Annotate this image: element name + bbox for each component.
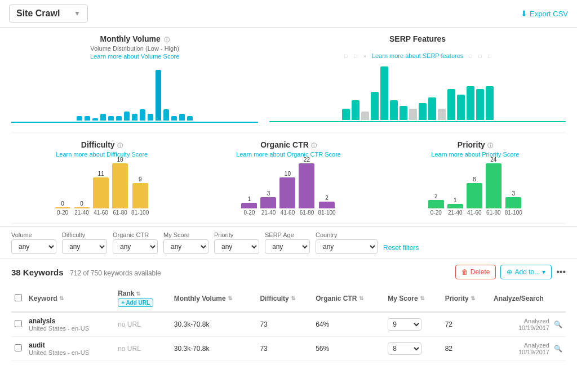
priority-filter-select[interactable]: any bbox=[214, 239, 259, 254]
difficulty-filter-label: Difficulty bbox=[62, 231, 107, 238]
priority-panel: Priority ⓘ Learn more about Priority Sco… bbox=[385, 140, 566, 216]
keywords-title: 38 Keywords bbox=[11, 268, 64, 277]
serp-age-filter-select[interactable]: any bbox=[265, 239, 310, 254]
th-analyze-search: Analyze/Search bbox=[490, 285, 566, 312]
th-my-score: My Score ⇅ bbox=[384, 285, 441, 312]
sort-keyword-icon[interactable]: ⇅ bbox=[59, 295, 64, 301]
organic-ctr-filter-label: Organic CTR bbox=[113, 231, 158, 238]
organic-ctr-filter-group: Organic CTR any bbox=[113, 231, 158, 254]
th-rank: Rank ⇅ + Add URL bbox=[114, 285, 171, 312]
bar-col bbox=[148, 114, 153, 121]
bar-col bbox=[108, 116, 114, 121]
monthly-volume-title: Monthly Volume ⓘ bbox=[11, 34, 258, 44]
keywords-table: Keyword ⇅ Rank ⇅ + Add URL Monthly Vol bbox=[11, 285, 566, 361]
difficulty-filter-group: Difficulty any bbox=[62, 231, 107, 254]
th-monthly-volume: Monthly Volume ⇅ bbox=[171, 285, 257, 312]
monthly-volume-link[interactable]: Learn more about Volume Score bbox=[11, 53, 258, 60]
serp-features-panel: SERP Features Learn more about SERP feat… bbox=[269, 34, 566, 123]
difficulty-cell: 73 bbox=[256, 312, 312, 337]
search-icon[interactable]: 🔍 bbox=[554, 320, 562, 328]
serp-age-filter-group: SERP Age any bbox=[265, 231, 310, 254]
monthly-volume-subtitle: Volume Distribution (Low - High) bbox=[11, 45, 258, 52]
bar-col bbox=[116, 116, 122, 121]
monthly-volume-cell: 30.3k-70.8k bbox=[171, 337, 257, 361]
sort-organic-ctr-icon[interactable]: ⇅ bbox=[359, 295, 363, 301]
organic-ctr-panel: Organic CTR ⓘ Learn more about Organic C… bbox=[198, 140, 379, 216]
th-organic-ctr: Organic CTR ⇅ bbox=[312, 285, 384, 312]
export-csv-button[interactable]: ⬇ Export CSV bbox=[521, 9, 568, 18]
select-all-checkbox-cell bbox=[11, 285, 25, 312]
download-icon: ⬇ bbox=[521, 9, 527, 18]
kw-actions: 🗑 Delete ⊕ Add to... ▾ ••• bbox=[455, 265, 566, 279]
dropdown-arrow-icon: ▼ bbox=[74, 10, 81, 17]
site-crawl-dropdown[interactable]: Site Crawl ▼ bbox=[9, 5, 88, 23]
table-row: audit United States - en-US no URL 30.3k… bbox=[11, 337, 566, 361]
organic-ctr-title: Organic CTR ⓘ bbox=[198, 140, 379, 150]
keywords-header: 38 Keywords 712 of 750 keywords availabl… bbox=[0, 259, 577, 285]
th-priority: Priority ⇅ bbox=[442, 285, 490, 312]
bar-col bbox=[85, 116, 90, 121]
my-score-filter-group: My Score any bbox=[163, 231, 208, 254]
monthly-volume-panel: Monthly Volume ⓘ Volume Distribution (Lo… bbox=[11, 34, 258, 123]
difficulty-cell: 73 bbox=[256, 337, 312, 361]
bar-col bbox=[187, 116, 193, 121]
serp-features-chart: □ □ × □ □ □ □ ★ □ □ ✎ □ □ □ □ □ bbox=[269, 64, 566, 120]
sort-monthly-volume-icon[interactable]: ⇅ bbox=[228, 295, 232, 301]
bar-col bbox=[140, 109, 145, 121]
more-options-button[interactable]: ••• bbox=[556, 267, 566, 277]
country-filter-select[interactable]: any bbox=[316, 239, 378, 254]
sort-difficulty-icon[interactable]: ⇅ bbox=[291, 295, 295, 301]
organic-ctr-filter-select[interactable]: any bbox=[113, 239, 158, 254]
bar-col bbox=[77, 116, 82, 121]
keywords-table-container: Keyword ⇅ Rank ⇅ + Add URL Monthly Vol bbox=[0, 285, 577, 361]
my-score-select-row0[interactable]: 9 bbox=[388, 318, 421, 331]
bar-col bbox=[124, 112, 130, 121]
serp-features-title: SERP Features bbox=[269, 34, 566, 43]
small-charts-section: Difficulty ⓘ Learn more about Difficulty… bbox=[0, 135, 577, 221]
keywords-count: 712 of 750 keywords available bbox=[70, 269, 161, 277]
serp-age-filter-label: SERP Age bbox=[265, 231, 310, 238]
add-url-badge[interactable]: + Add URL bbox=[118, 299, 153, 307]
plus-icon: ⊕ bbox=[507, 268, 512, 276]
priority-link[interactable]: Learn more about Priority Score bbox=[385, 151, 566, 158]
my-score-filter-select[interactable]: any bbox=[163, 239, 208, 254]
priority-cell: 72 bbox=[442, 312, 490, 337]
bar-col bbox=[100, 114, 106, 121]
monthly-volume-chart bbox=[11, 64, 258, 121]
bar-col bbox=[156, 70, 161, 121]
country-filter-group: Country any bbox=[316, 231, 378, 254]
difficulty-chart: 0 0-20 0 21-40 11 41-60 18 61-80 9 bbox=[11, 162, 192, 216]
sort-my-score-icon[interactable]: ⇅ bbox=[420, 295, 424, 301]
sort-priority-icon[interactable]: ⇅ bbox=[471, 295, 475, 301]
delete-button[interactable]: 🗑 Delete bbox=[455, 265, 496, 279]
bar-col bbox=[179, 114, 185, 121]
difficulty-title: Difficulty ⓘ bbox=[11, 140, 192, 150]
rank-cell: no URL bbox=[114, 337, 171, 361]
keyword-cell: audit United States - en-US bbox=[25, 337, 114, 361]
filters-section: Volume any Difficulty any Organic CTR an… bbox=[0, 226, 577, 259]
add-to-button[interactable]: ⊕ Add to... ▾ bbox=[500, 265, 552, 279]
row-checkbox[interactable] bbox=[15, 344, 22, 351]
priority-cell: 82 bbox=[442, 337, 490, 361]
volume-filter-label: Volume bbox=[11, 231, 56, 238]
site-crawl-label: Site Crawl bbox=[16, 8, 60, 19]
volume-filter-select[interactable]: any bbox=[11, 239, 56, 254]
bar-col bbox=[92, 118, 98, 121]
volume-filter-group: Volume any bbox=[11, 231, 56, 254]
difficulty-filter-select[interactable]: any bbox=[62, 239, 107, 254]
organic-ctr-link[interactable]: Learn more about Organic CTR Score bbox=[198, 151, 379, 158]
priority-chart: 2 0-20 1 21-40 8 41-60 24 61-80 3 bbox=[385, 162, 566, 216]
row-checkbox[interactable] bbox=[15, 320, 22, 327]
table-row: analysis United States - en-US no URL 30… bbox=[11, 312, 566, 337]
my-score-select-row1[interactable]: 8 bbox=[388, 342, 421, 355]
priority-filter-label: Priority bbox=[214, 231, 259, 238]
organic-ctr-cell: 56% bbox=[312, 337, 384, 361]
sort-rank-icon[interactable]: ⇅ bbox=[136, 291, 140, 297]
search-icon[interactable]: 🔍 bbox=[554, 345, 562, 353]
analyze-cell: Analyzed 10/19/2017 🔍 bbox=[490, 337, 566, 361]
analyze-cell: Analyzed 10/19/2017 🔍 bbox=[490, 312, 566, 337]
select-all-checkbox[interactable] bbox=[15, 294, 22, 301]
difficulty-link[interactable]: Learn more about Difficulty Score bbox=[11, 151, 192, 158]
organic-ctr-cell: 64% bbox=[312, 312, 384, 337]
reset-filters-button[interactable]: Reset filters bbox=[383, 244, 419, 254]
